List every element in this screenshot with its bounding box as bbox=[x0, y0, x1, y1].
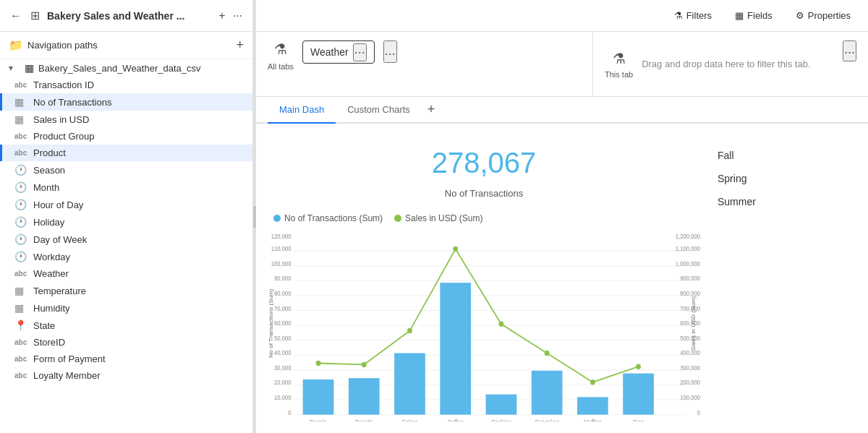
bar-bagels[interactable] bbox=[303, 380, 334, 415]
svg-text:Cakes: Cakes bbox=[402, 419, 418, 421]
bar-cookies[interactable] bbox=[486, 395, 517, 415]
line-dot-coffee bbox=[453, 246, 458, 252]
field-item-day-of-week[interactable]: 🕐Day of Week bbox=[0, 231, 252, 248]
svg-text:70,000: 70,000 bbox=[274, 305, 292, 312]
field-item-season[interactable]: 🕐Season bbox=[0, 161, 252, 179]
add-button[interactable]: + bbox=[217, 8, 226, 24]
svg-text:80,000: 80,000 bbox=[274, 291, 292, 297]
svg-text:1,200,000: 1,200,000 bbox=[676, 233, 700, 240]
field-item-humidity[interactable]: ▦Humidity bbox=[0, 299, 252, 317]
sidebar-header: ← ⊞ Bakery Sales and Weather ... + ··· bbox=[0, 0, 252, 32]
drag-drop-text: Drag and drop data here to filter this t… bbox=[642, 59, 810, 69]
nav-add-button[interactable]: + bbox=[236, 38, 244, 53]
nav-section[interactable]: 📁 Navigation paths + bbox=[0, 32, 252, 59]
svg-text:1,100,000: 1,100,000 bbox=[676, 246, 700, 252]
season-spring: Spring bbox=[718, 170, 851, 187]
svg-text:100,000: 100,000 bbox=[271, 260, 292, 267]
bar-cupcakes[interactable] bbox=[532, 371, 563, 415]
filter-bar: ⚗ All tabs Weather ··· ··· ⚗ This tab Dr… bbox=[256, 32, 868, 97]
field-item-product[interactable]: abcProduct bbox=[0, 145, 252, 161]
svg-text:60,000: 60,000 bbox=[274, 320, 292, 327]
sidebar-header-icons: + ··· bbox=[217, 8, 244, 24]
bar-coffee[interactable] bbox=[440, 283, 471, 414]
main-content: ⚗ Filters ▦ Fields ⚙ Properties ⚗ All ta… bbox=[256, 0, 868, 433]
all-tabs-label: All tabs bbox=[268, 62, 294, 71]
fields-button[interactable]: ▦ Fields bbox=[729, 7, 778, 24]
chart-main: 278,067 No of Transactions No of Transac… bbox=[268, 135, 700, 421]
filter-right-more[interactable]: ··· bbox=[843, 40, 856, 61]
field-item-holiday[interactable]: 🕐Holiday bbox=[0, 213, 252, 231]
line-chart bbox=[318, 249, 639, 382]
bar-muffins[interactable] bbox=[577, 397, 608, 414]
sidebar-scroll: ▾ ▦ Bakery_Sales_and_Weather_data_csv ab… bbox=[0, 59, 252, 433]
bar-chart-svg: 0 10,000 20,000 30,000 40,000 50,000 60,… bbox=[268, 232, 700, 421]
svg-text:Breads: Breads bbox=[355, 419, 373, 421]
legend-transactions-dot bbox=[273, 215, 281, 222]
this-tab-filter: ⚗ This tab bbox=[605, 50, 633, 79]
line-dot-muffins bbox=[590, 380, 595, 385]
table-row-parent[interactable]: ▾ ▦ Bakery_Sales_and_Weather_data_csv bbox=[0, 59, 252, 77]
back-button[interactable]: ← bbox=[9, 8, 23, 24]
svg-text:Muffins: Muffins bbox=[584, 419, 602, 421]
svg-text:0: 0 bbox=[697, 409, 700, 416]
weather-filter-more[interactable]: ··· bbox=[353, 43, 367, 61]
svg-text:Coffee: Coffee bbox=[447, 419, 464, 421]
properties-icon: ⚙ bbox=[796, 10, 804, 21]
season-summer: Summer bbox=[718, 193, 851, 210]
field-item-form-of-payment[interactable]: abcForm of Payment bbox=[0, 351, 252, 367]
legend-transactions: No of Transactions (Sum) bbox=[273, 213, 383, 223]
svg-text:Cupcakes: Cupcakes bbox=[535, 419, 559, 421]
all-tabs-filter-icon: ⚗ bbox=[274, 40, 287, 58]
svg-text:900,000: 900,000 bbox=[680, 275, 700, 282]
svg-text:120,000: 120,000 bbox=[271, 233, 292, 240]
bar-breads[interactable] bbox=[349, 378, 380, 415]
sidebar-title: Bakery Sales and Weather ... bbox=[47, 10, 211, 22]
svg-text:0: 0 bbox=[288, 409, 292, 416]
top-bar: ⚗ Filters ▦ Fields ⚙ Properties bbox=[256, 0, 868, 32]
field-item-hour-of-day[interactable]: 🕐Hour of Day bbox=[0, 196, 252, 213]
legend-sales-label: Sales in USD (Sum) bbox=[405, 213, 482, 223]
field-item-product-group[interactable]: abcProduct Group bbox=[0, 128, 252, 145]
filter-more-button[interactable]: ··· bbox=[383, 40, 397, 63]
table-name: Bakery_Sales_and_Weather_data_csv bbox=[38, 63, 201, 74]
line-dot-breads bbox=[362, 362, 367, 367]
svg-text:1,000,000: 1,000,000 bbox=[676, 260, 700, 267]
tab-custom-charts[interactable]: Custom Charts bbox=[336, 97, 422, 124]
svg-text:300,000: 300,000 bbox=[680, 365, 700, 372]
tab-main-dash[interactable]: Main Dash bbox=[268, 97, 336, 124]
filter-right: ⚗ This tab Drag and drop data here to fi… bbox=[593, 32, 868, 96]
field-item-sales-in-usd[interactable]: ▦Sales in USD bbox=[0, 111, 252, 128]
field-item-transaction-id[interactable]: abcTransaction ID bbox=[0, 77, 252, 93]
chart-legend: No of Transactions (Sum) Sales in USD (S… bbox=[268, 213, 700, 223]
filters-button[interactable]: ⚗ Filters bbox=[668, 7, 718, 24]
svg-text:800,000: 800,000 bbox=[680, 291, 700, 297]
line-dot-cookies bbox=[499, 322, 504, 327]
field-item-month[interactable]: 🕐Month bbox=[0, 179, 252, 196]
grid-icon-button[interactable]: ⊞ bbox=[29, 7, 41, 24]
chevron-down-icon: ▾ bbox=[9, 63, 20, 73]
svg-text:110,000: 110,000 bbox=[271, 246, 292, 252]
line-dot-cakes bbox=[407, 328, 412, 333]
properties-button[interactable]: ⚙ Properties bbox=[790, 7, 856, 24]
bar-cakes[interactable] bbox=[394, 353, 425, 414]
add-tab-button[interactable]: + bbox=[427, 102, 435, 117]
stat-label: No of Transactions bbox=[268, 188, 700, 199]
more-button[interactable]: ··· bbox=[231, 8, 244, 24]
field-item-temperature[interactable]: ▦Temperature bbox=[0, 282, 252, 299]
weather-filter-box[interactable]: Weather ··· bbox=[302, 40, 375, 64]
svg-text:40,000: 40,000 bbox=[274, 350, 292, 356]
season-fall: Fall bbox=[718, 147, 851, 164]
sidebar-divider[interactable] bbox=[253, 0, 256, 433]
bar-pies[interactable] bbox=[623, 374, 654, 415]
field-item-storeid[interactable]: abcStoreID bbox=[0, 334, 252, 351]
field-item-no-of-transactions[interactable]: ▦No of Transactions bbox=[0, 93, 252, 111]
stat-number: 278,067 bbox=[268, 147, 700, 179]
table-icon: ▦ bbox=[25, 62, 34, 74]
svg-text:20,000: 20,000 bbox=[274, 380, 292, 386]
field-item-loyalty-member[interactable]: abcLoyalty Member bbox=[0, 367, 252, 384]
tabs-bar: Main Dash Custom Charts + bbox=[256, 97, 868, 124]
field-item-state[interactable]: 📍State bbox=[0, 317, 252, 334]
filter-icon: ⚗ bbox=[674, 10, 683, 21]
field-item-weather[interactable]: abcWeather bbox=[0, 265, 252, 282]
field-item-workday[interactable]: 🕐Workday bbox=[0, 248, 252, 265]
